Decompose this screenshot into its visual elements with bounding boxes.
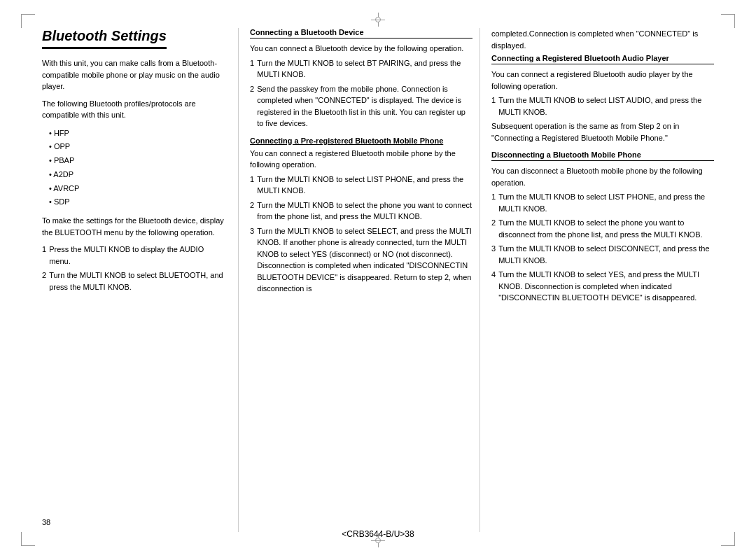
instructions-intro: To make the settings for the Bluetooth d… [42, 215, 224, 238]
step-number: 1 [250, 174, 254, 197]
section-2-intro: You can connect a registered Bluetooth m… [250, 148, 472, 171]
section-disconnect-steps: 1 Turn the MULTI KNOB to select LIST PHO… [491, 191, 714, 304]
crosshair-top [371, 13, 385, 27]
list-item: 1 Press the MULTI KNOB to display the AU… [42, 244, 224, 267]
left-steps: 1 Press the MULTI KNOB to display the AU… [42, 244, 224, 293]
page-number: 38 [42, 518, 50, 526]
step-text: Turn the MULTI KNOB to select YES, and p… [498, 269, 714, 304]
list-item: HFP [49, 127, 224, 141]
section-audio-intro: You can connect a registered Bluetooth a… [491, 69, 714, 92]
section-audio-steps: 1 Turn the MULTI KNOB to select LIST AUD… [491, 94, 714, 118]
list-item: 1 Turn the MULTI KNOB to select BT PAIRI… [250, 57, 472, 80]
list-item: PBAP [49, 154, 224, 168]
step-number: 2 [250, 83, 254, 130]
step-text: Turn the MULTI KNOB to select SELECT, an… [257, 225, 472, 295]
corner-mark-tl [21, 14, 35, 28]
list-item: 2 Turn the MULTI KNOB to select BLUETOOT… [42, 270, 224, 293]
step-number: 2 [491, 217, 496, 240]
list-item: 4 Turn the MULTI KNOB to select YES, and… [491, 269, 714, 304]
right-column: completed.Connection is completed when "… [479, 28, 714, 532]
list-item: 1 Turn the MULTI KNOB to select LIST PHO… [491, 191, 714, 214]
list-item: 2 Send the passkey from the mobile phone… [250, 83, 472, 130]
section-connecting-bluetooth: Connecting a Bluetooth Device You can co… [250, 28, 472, 130]
list-item: OPP [49, 140, 224, 154]
step-text: Turn the MULTI KNOB to select LIST PHONE… [498, 191, 714, 214]
step-text: Turn the MULTI KNOB to select the phone … [498, 217, 714, 240]
section-title-audio: Connecting a Registered Bluetooth Audio … [491, 54, 714, 64]
section-disconnecting: Disconnecting a Bluetooth Mobile Phone Y… [491, 150, 714, 304]
intro-paragraph-1: With this unit, you can make calls from … [42, 57, 224, 92]
corner-mark-tr [721, 14, 735, 28]
list-item: 3 Turn the MULTI KNOB to select DISCONNE… [491, 243, 714, 266]
middle-column: Connecting a Bluetooth Device You can co… [238, 28, 479, 532]
list-item: 3 Turn the MULTI KNOB to select SELECT, … [250, 225, 472, 295]
section-title-disconnect: Disconnecting a Bluetooth Mobile Phone [491, 150, 714, 161]
list-item: AVRCP [49, 182, 224, 196]
step-number: 1 [491, 94, 496, 118]
corner-mark-bl [21, 532, 35, 546]
section-registered-audio: Connecting a Registered Bluetooth Audio … [491, 54, 714, 144]
section-1-intro: You can connect a Bluetooth device by th… [250, 43, 472, 55]
list-item: 1 Turn the MULTI KNOB to select LIST AUD… [491, 94, 714, 118]
section-title-2: Connecting a Pre-registered Bluetooth Mo… [250, 136, 472, 145]
intro-paragraph-2: The following Bluetooth profiles/protoco… [42, 98, 224, 121]
section-disconnect-intro: You can disconnect a Bluetooth mobile ph… [491, 165, 714, 188]
step-text: Turn the MULTI KNOB to select LIST AUDIO… [498, 94, 714, 118]
step-text: Turn the MULTI KNOB to select BT PAIRING… [257, 57, 472, 80]
step-text: Turn the MULTI KNOB to select BLUETOOTH,… [49, 270, 224, 293]
step-text: Send the passkey from the mobile phone. … [257, 83, 472, 130]
step-number: 4 [491, 269, 496, 304]
left-column: Bluetooth Settings With this unit, you c… [42, 28, 238, 532]
list-item: SDP [49, 195, 224, 209]
section-pre-registered: Connecting a Pre-registered Bluetooth Mo… [250, 136, 472, 295]
step-number: 3 [250, 225, 254, 295]
step-text: Press the MULTI KNOB to display the AUDI… [49, 244, 224, 267]
list-item: 1 Turn the MULTI KNOB to select LIST PHO… [250, 174, 472, 197]
step-number: 1 [42, 244, 46, 267]
section-title-1: Connecting a Bluetooth Device [250, 28, 472, 38]
section-audio-note: Subsequent operation is the same as from… [491, 120, 714, 144]
protocols-list: HFP OPP PBAP A2DP AVRCP SDP [49, 127, 224, 210]
list-item: 2 Turn the MULTI KNOB to select the phon… [250, 200, 472, 223]
step-number: 2 [250, 200, 254, 223]
section-1-steps: 1 Turn the MULTI KNOB to select BT PAIRI… [250, 57, 472, 130]
section-2-steps: 1 Turn the MULTI KNOB to select LIST PHO… [250, 174, 472, 295]
page-title: Bluetooth Settings [42, 28, 167, 49]
step-number: 3 [491, 243, 496, 266]
section-1-continuation: completed.Connection is completed when "… [491, 28, 714, 51]
corner-mark-br [721, 532, 735, 546]
step-text: Turn the MULTI KNOB to select the phone … [257, 200, 472, 223]
step-number: 2 [42, 270, 46, 293]
footer-code: <CRB3644-B/U>38 [342, 529, 414, 539]
list-item: A2DP [49, 168, 224, 182]
step-text: Turn the MULTI KNOB to select DISCONNECT… [498, 243, 714, 266]
list-item: 2 Turn the MULTI KNOB to select the phon… [491, 217, 714, 240]
step-text: Turn the MULTI KNOB to select LIST PHONE… [257, 174, 472, 197]
step-number: 1 [250, 57, 254, 80]
step-number: 1 [491, 191, 496, 214]
